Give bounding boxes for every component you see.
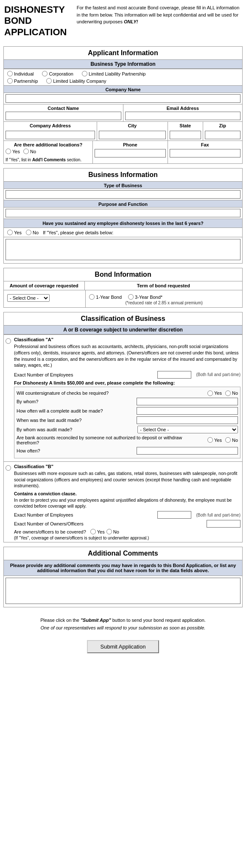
bank-recon-yes-label[interactable]: Yes	[207, 437, 222, 443]
class-a-description: Professional and business offices such a…	[14, 343, 240, 368]
bank-recon-radios: Yes No	[207, 437, 238, 443]
class-a-both-label: (Both full and part-time)	[196, 372, 241, 377]
bank-recon-no-label[interactable]: No	[225, 437, 238, 443]
classification-a-row: Classification "A" Professional and busi…	[4, 334, 242, 461]
additional-locations-cell: Are there additional locations? Yes No I…	[4, 141, 93, 163]
additional-note: Please provide any additional comments y…	[4, 560, 242, 576]
countersig-no-radio[interactable]	[225, 390, 231, 396]
llp-radio[interactable]	[82, 71, 87, 76]
class-a-employees-row: Exact Number of Employees (Both full and…	[14, 371, 240, 379]
class-b-content: Classification "B" Businesses with more …	[12, 462, 242, 542]
bond-section-title: Bond Information	[4, 268, 242, 281]
additional-comments-textarea[interactable]	[6, 578, 240, 604]
app-title: DISHONESTY BOND APPLICATION	[4, 4, 70, 38]
corporation-radio[interactable]	[42, 71, 48, 76]
contact-email-row: Contact Name Email Address	[4, 104, 242, 121]
bank-recon-label: Are bank accounts reconciled by someone …	[17, 435, 205, 445]
addl-no-radio[interactable]	[23, 149, 29, 154]
llc-radio[interactable]	[46, 78, 52, 84]
how-often-input[interactable]	[137, 447, 238, 455]
class-a-dishonesty-note: For Dishonesty A limits $50,000 and over…	[14, 380, 240, 385]
countersig-yes-label[interactable]: Yes	[207, 390, 222, 396]
llc-radio-label[interactable]: Limited Liability Company	[46, 78, 106, 84]
owners-yes-label[interactable]: Yes	[90, 529, 105, 534]
individual-radio[interactable]	[7, 71, 13, 76]
bank-recon-no-radio[interactable]	[225, 437, 231, 443]
dishonesty-no-radio[interactable]	[26, 230, 31, 235]
class-a-radio[interactable]	[6, 338, 11, 344]
company-address-label-cell: Company Address	[4, 122, 97, 129]
contact-name-cell: Contact Name	[4, 104, 123, 121]
class-b-description: Businesses with more exposure such as ca…	[14, 470, 240, 489]
company-address-input[interactable]	[6, 131, 95, 139]
countersig-yes-radio[interactable]	[207, 390, 213, 396]
applicant-section: Applicant Information Business Type Info…	[3, 46, 243, 164]
dishonesty-no-label[interactable]: No	[26, 230, 39, 235]
business-type-subsection: Business Type Information	[4, 59, 242, 69]
business-type-row2: Partnership Limited Liability Company	[4, 78, 242, 85]
classification-b-row: Classification "B" Businesses with more …	[4, 461, 242, 542]
one-year-bond-radio[interactable]	[89, 294, 95, 300]
audit-by-select[interactable]: - Select One - Monthly Quarterly Semi-An…	[137, 426, 238, 433]
company-name-cell	[4, 93, 242, 104]
submit-button[interactable]: Submit Application	[87, 640, 159, 653]
fax-input[interactable]	[170, 149, 241, 157]
zip-label-cell: Zip	[203, 122, 242, 129]
class-a-employees-input[interactable]	[157, 371, 191, 379]
audit-by-label: By whom was audit made?	[17, 427, 135, 432]
city-input-cell	[97, 129, 168, 140]
last-audit-input[interactable]	[137, 416, 238, 424]
class-b-employees-row: Exact Number of Employees (Both full and…	[14, 511, 240, 519]
email-address-input[interactable]	[125, 112, 241, 120]
owners-no-label[interactable]: No	[106, 529, 119, 534]
conviction-note: Contains a conviction clause. In order t…	[14, 491, 240, 509]
bond-term-radios: 1-Year Bond 3-Year Bond*	[89, 292, 239, 300]
owners-yes-radio[interactable]	[90, 529, 96, 534]
owners-note: (If "Yes", coverage of owners/officers i…	[14, 536, 240, 540]
bank-recon-row: Are bank accounts reconciled by someone …	[17, 435, 238, 445]
class-b-radio-cell	[4, 462, 12, 542]
countersig-no-label[interactable]: No	[225, 390, 238, 396]
individual-radio-label[interactable]: Individual	[7, 71, 34, 76]
llp-radio-label[interactable]: Limited Liability Partnership	[82, 71, 146, 76]
audit-freq-input[interactable]	[137, 407, 238, 415]
zip-input[interactable]	[205, 131, 240, 139]
bond-amount-select[interactable]: - Select One - $5,000 $10,000 $15,000 $2…	[7, 294, 50, 302]
city-input[interactable]	[99, 131, 166, 139]
partnership-radio[interactable]	[7, 78, 13, 84]
type-of-business-input[interactable]	[6, 190, 240, 199]
class-b-sub: Exact Number of Employees (Both full and…	[14, 511, 240, 540]
city-label-cell: City	[97, 122, 168, 129]
addl-yes-radio[interactable]	[6, 149, 11, 154]
class-b-radio[interactable]	[6, 465, 11, 471]
contact-name-input[interactable]	[6, 112, 121, 120]
bond-labels-row: Amount of coverage requested Term of bon…	[4, 281, 242, 290]
by-whom-input[interactable]	[137, 398, 238, 405]
dishonesty-details-textarea[interactable]	[6, 239, 240, 260]
class-b-owners-input[interactable]	[207, 520, 240, 528]
three-year-bond-radio[interactable]	[128, 294, 134, 300]
class-a-radio-cell	[4, 335, 12, 461]
class-b-employees-input[interactable]	[157, 511, 191, 519]
three-year-bond-label[interactable]: 3-Year Bond*	[128, 294, 162, 300]
addl-yes-label[interactable]: Yes	[6, 149, 20, 154]
submit-btn-row: Submit Application	[0, 637, 246, 657]
phone-input[interactable]	[95, 149, 166, 157]
bond-reduced-note: (*reduced rate of 2.85 x annual premium)	[89, 301, 239, 305]
addl-no-label[interactable]: No	[23, 149, 36, 154]
dishonesty-yes-radio[interactable]	[7, 230, 13, 235]
partnership-radio-label[interactable]: Partnership	[7, 78, 38, 84]
purpose-function-input[interactable]	[6, 209, 240, 217]
dishonesty-details-cell	[4, 237, 242, 263]
state-label-cell: State	[168, 122, 203, 129]
additional-section-title: Additional Comments	[4, 547, 242, 560]
company-name-input[interactable]	[6, 94, 240, 103]
one-year-bond-label[interactable]: 1-Year Bond	[89, 294, 122, 300]
company-name-label: Company Name	[4, 85, 242, 93]
bank-recon-yes-radio[interactable]	[207, 437, 213, 443]
dishonesty-yes-label[interactable]: Yes	[7, 230, 22, 235]
owners-no-radio[interactable]	[106, 529, 112, 534]
dishonesty-radios-row: Yes No If "Yes", please give details bel…	[4, 228, 242, 237]
corporation-radio-label[interactable]: Corporation	[42, 71, 73, 76]
state-input[interactable]	[170, 131, 201, 139]
